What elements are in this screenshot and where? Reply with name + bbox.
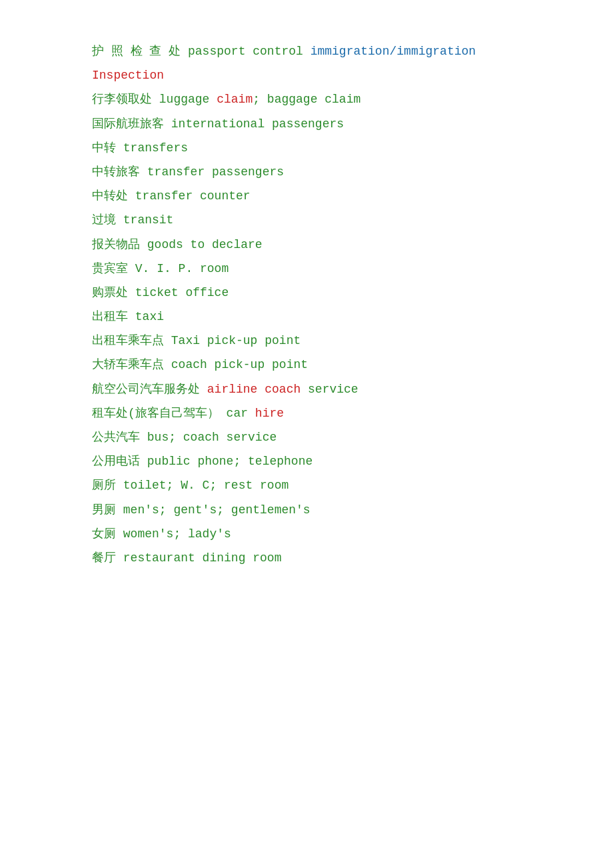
chinese-text: 航空公司汽车服务处 xyxy=(92,383,200,396)
english-text: toilet; W. C; rest room xyxy=(116,479,289,492)
english-text: taxi xyxy=(128,310,164,323)
chinese-text: 过境 xyxy=(92,213,116,227)
highlight-text: claim xyxy=(217,93,253,106)
list-item: 大轿车乘车点 coach pick-up point xyxy=(92,353,521,376)
continuation-text: service xyxy=(301,383,358,396)
content-area: 护 照 检 查 处 passport control immigration/i… xyxy=(92,40,521,569)
list-item: 过境 transit xyxy=(92,209,521,231)
chinese-text: 护 照 检 查 处 xyxy=(92,45,181,58)
chinese-text: 餐厅 xyxy=(92,551,116,565)
chinese-text: 大轿车乘车点 xyxy=(92,358,164,371)
highlight-text: hire xyxy=(255,407,284,420)
list-item: 贵宾室 V. I. P. room xyxy=(92,257,521,280)
english-text: transfers xyxy=(116,141,188,155)
list-item: 护 照 检 查 处 passport control immigration/i… xyxy=(92,40,521,63)
list-item: Inspection xyxy=(92,64,521,87)
english-text: transit xyxy=(116,213,173,227)
english-text: men's; gent's; gentlemen's xyxy=(116,503,310,517)
list-item: 公用电话 public phone; telephone xyxy=(92,450,521,473)
inspection-text: Inspection xyxy=(92,69,164,82)
chinese-text: 女厕 xyxy=(92,527,116,541)
english-text: coach pick-up point xyxy=(164,358,308,371)
continuation-text: ; baggage claim xyxy=(253,93,360,106)
english-text: goods to declare xyxy=(140,238,263,251)
list-item: 女厕 women's; lady's xyxy=(92,523,521,545)
english-text: passport control xyxy=(181,45,310,58)
list-item: 出租车乘车点 Taxi pick-up point xyxy=(92,329,521,352)
highlight-text: immigration/immigration xyxy=(310,45,476,58)
chinese-text: 租车处(旅客自己驾车） xyxy=(92,407,219,420)
chinese-text: 贵宾室 xyxy=(92,262,128,275)
english-text: public phone; telephone xyxy=(140,455,312,468)
english-text xyxy=(200,383,207,396)
english-text: women's; lady's xyxy=(116,527,231,541)
list-item: 国际航班旅客 international passengers xyxy=(92,113,521,135)
chinese-text: 出租车 xyxy=(92,310,128,323)
list-item: 租车处(旅客自己驾车） car hire xyxy=(92,402,521,425)
list-item: 厕所 toilet; W. C; rest room xyxy=(92,474,521,497)
english-text: transfer counter xyxy=(128,189,251,203)
chinese-text: 公共汽车 xyxy=(92,431,140,444)
list-item: 中转旅客 transfer passengers xyxy=(92,161,521,183)
list-item: 公共汽车 bus; coach service xyxy=(92,426,521,449)
chinese-text: 国际航班旅客 xyxy=(92,117,164,131)
list-item: 中转处 transfer counter xyxy=(92,185,521,207)
list-item: 男厕 men's; gent's; gentlemen's xyxy=(92,499,521,521)
chinese-text: 中转处 xyxy=(92,189,128,203)
list-item: 出租车 taxi xyxy=(92,305,521,328)
chinese-text: 中转 xyxy=(92,141,116,155)
chinese-text: 行李领取处 xyxy=(92,93,152,106)
english-text: transfer passengers xyxy=(140,165,284,179)
english-text: car xyxy=(219,407,255,420)
highlight-text: airline coach xyxy=(207,383,301,396)
list-item: 行李领取处 luggage claim; baggage claim xyxy=(92,88,521,111)
english-text: Taxi pick-up point xyxy=(164,334,301,347)
chinese-text: 厕所 xyxy=(92,479,116,492)
english-text: V. I. P. room xyxy=(128,262,229,275)
english-text: ticket office xyxy=(128,286,229,299)
chinese-text: 男厕 xyxy=(92,503,116,517)
list-item: 餐厅 restaurant dining room xyxy=(92,547,521,569)
list-item: 中转 transfers xyxy=(92,137,521,159)
chinese-text: 公用电话 xyxy=(92,455,140,468)
english-text: bus; coach service xyxy=(140,431,277,444)
chinese-text: 购票处 xyxy=(92,286,128,299)
chinese-text: 中转旅客 xyxy=(92,165,140,179)
chinese-text: 报关物品 xyxy=(92,238,140,251)
english-text: luggage xyxy=(152,93,217,106)
english-text: international passengers xyxy=(164,117,344,131)
list-item: 报关物品 goods to declare xyxy=(92,233,521,256)
list-item: 购票处 ticket office xyxy=(92,281,521,304)
list-item: 航空公司汽车服务处 airline coach service xyxy=(92,378,521,401)
chinese-text: 出租车乘车点 xyxy=(92,334,164,347)
english-text: restaurant dining room xyxy=(116,551,281,565)
